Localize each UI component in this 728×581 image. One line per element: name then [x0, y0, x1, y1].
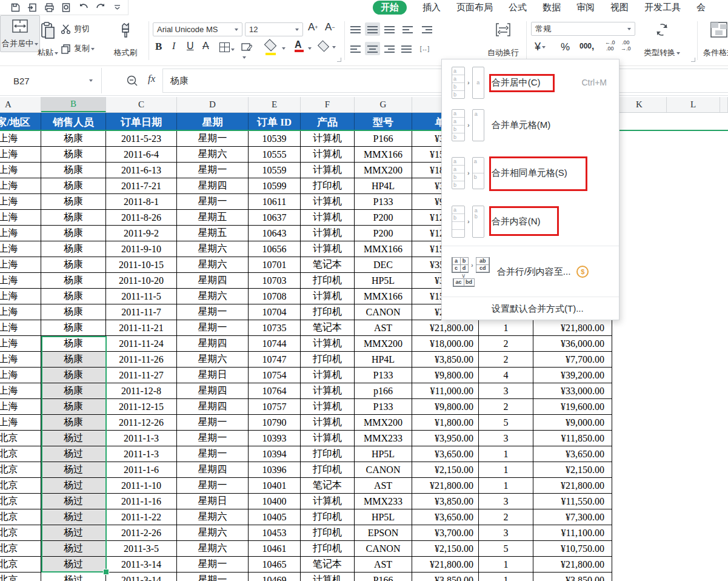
cell[interactable]: HP4L [355, 352, 412, 368]
align-bottom-button[interactable] [382, 22, 397, 36]
cell[interactable]: 上海 [0, 320, 41, 336]
menu-item-2[interactable]: aabb›ab合并相同单元格(S) [442, 155, 619, 190]
cell[interactable]: 杨康 [41, 241, 106, 257]
cell[interactable]: 计算机 [301, 336, 355, 352]
cell[interactable]: 北京 [0, 494, 41, 509]
column-letter-G[interactable]: G [355, 97, 412, 112]
cell[interactable]: 计算机 [301, 194, 355, 210]
cell[interactable]: 上海 [0, 383, 41, 399]
cell[interactable]: 星期一 [177, 557, 249, 573]
cell[interactable]: 星期四 [177, 399, 249, 415]
column-letter-C[interactable]: C [106, 97, 177, 112]
cell[interactable]: 10764 [249, 383, 301, 399]
cell[interactable]: 北京 [0, 462, 41, 478]
cell[interactable]: MMX200 [355, 163, 412, 178]
cell[interactable]: 星期一 [177, 446, 249, 462]
cell[interactable]: 10453 [249, 525, 301, 541]
cell[interactable]: ¥3,950.00 [412, 431, 479, 446]
strikethrough-button[interactable]: A [202, 41, 209, 52]
header-cell[interactable]: 国家/地区 [0, 113, 41, 131]
paste-button[interactable]: 粘贴 [32, 22, 64, 58]
cell[interactable]: 星期四 [177, 178, 249, 194]
cell[interactable]: 打印机 [301, 304, 355, 320]
tab-2[interactable]: 页面布局 [456, 2, 493, 13]
cell[interactable]: 北京 [0, 509, 41, 525]
cell[interactable]: 2011-12-26 [106, 415, 177, 431]
cell[interactable]: 北京 [0, 557, 41, 573]
percent-button[interactable]: % [561, 41, 570, 53]
cell[interactable]: 计算机 [301, 241, 355, 257]
align-left-button[interactable] [348, 42, 363, 55]
cell[interactable]: 10396 [249, 462, 301, 478]
cell[interactable]: 计算机 [301, 494, 355, 509]
cell[interactable]: 星期一 [177, 194, 249, 210]
dialog-launcher[interactable] [691, 58, 695, 62]
cell[interactable]: 10465 [249, 557, 301, 573]
cell[interactable]: ¥2,150.00 [412, 541, 479, 557]
cell[interactable]: 星期日 [177, 494, 249, 509]
borders-button[interactable] [219, 42, 235, 55]
cell[interactable]: 2011-3-5 [106, 541, 177, 557]
tab-8[interactable]: 会 [696, 2, 706, 13]
cell[interactable]: 3 [479, 431, 533, 446]
font-color-dropdown[interactable] [307, 42, 312, 53]
column-letter-F[interactable]: F [301, 97, 355, 112]
cell[interactable]: 上海 [0, 210, 41, 226]
cell[interactable]: 10637 [249, 210, 301, 226]
cell[interactable]: 计算机 [301, 368, 355, 383]
menu-item-5[interactable]: 设置默认合并方式(T)... [442, 300, 619, 318]
cell[interactable]: 2011-8-26 [106, 210, 177, 226]
cell[interactable]: 星期一 [177, 163, 249, 178]
cell[interactable]: 北京 [0, 478, 41, 494]
cell[interactable]: 10393 [249, 431, 301, 446]
cell[interactable]: 10790 [249, 415, 301, 431]
cell[interactable]: 2011-9-10 [106, 241, 177, 257]
cell[interactable]: ¥2,150.00 [412, 462, 479, 478]
cell[interactable]: 计算机 [301, 431, 355, 446]
cell[interactable]: 上海 [0, 194, 41, 210]
cell[interactable]: 星期一 [177, 131, 249, 147]
cell[interactable]: ¥21,800.00 [533, 557, 612, 573]
fill-color-button[interactable] [265, 41, 276, 55]
cell[interactable]: 2011-11-27 [106, 368, 177, 383]
cell[interactable]: 2011-11-24 [106, 336, 177, 352]
cell[interactable]: ¥11,850.00 [533, 431, 612, 446]
cell[interactable]: 星期六 [177, 241, 249, 257]
cell[interactable]: HP5L [355, 509, 412, 525]
cell[interactable]: 2011-12-8 [106, 383, 177, 399]
cell[interactable]: 上海 [0, 399, 41, 415]
cell[interactable]: 2011-11-26 [106, 352, 177, 368]
zoom-formula-icon[interactable] [126, 75, 138, 87]
cell[interactable]: 2011-1-22 [106, 509, 177, 525]
cell[interactable]: 杨康 [41, 289, 106, 304]
cell[interactable]: 杨康 [41, 210, 106, 226]
type-convert-button[interactable]: 类型转换 [640, 22, 684, 58]
column-letter-L[interactable]: L [667, 97, 720, 112]
cell[interactable]: ¥3,650.00 [533, 446, 612, 462]
cell[interactable]: ¥21,800.00 [412, 320, 479, 336]
cell[interactable]: 1 [479, 320, 533, 336]
cell[interactable]: 打印机 [301, 509, 355, 525]
cell[interactable]: 10701 [249, 257, 301, 273]
cell[interactable]: 10405 [249, 509, 301, 525]
cell[interactable]: 星期六 [177, 147, 249, 163]
cell[interactable]: ¥9,800.00 [412, 368, 479, 383]
decrease-indent-button[interactable] [400, 22, 415, 36]
cell[interactable]: HP5L [355, 273, 412, 289]
italic-button[interactable]: I [172, 41, 175, 52]
cell[interactable]: 星期五 [177, 210, 249, 226]
cell[interactable]: 10754 [249, 368, 301, 383]
customize-qat-chevron-icon[interactable] [112, 2, 123, 13]
cell[interactable]: 杨康 [41, 178, 106, 194]
cell[interactable]: 10469 [249, 573, 301, 581]
cell[interactable]: 2011-10-15 [106, 257, 177, 273]
cell[interactable]: 打印机 [301, 273, 355, 289]
number-format-select[interactable]: 常规 [531, 22, 635, 36]
column-letter-D[interactable]: D [177, 97, 249, 112]
cell[interactable]: MMX200 [355, 336, 412, 352]
cell[interactable]: ¥21,800.00 [412, 557, 479, 573]
cell[interactable]: 10656 [249, 241, 301, 257]
cell[interactable]: ¥3,850.00 [533, 573, 612, 581]
cell[interactable]: 星期四 [177, 462, 249, 478]
cell[interactable]: 星期四 [177, 336, 249, 352]
